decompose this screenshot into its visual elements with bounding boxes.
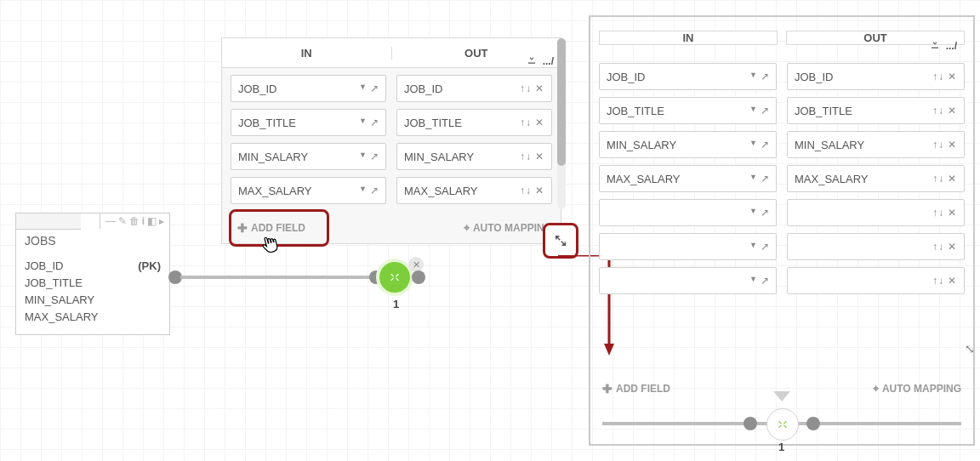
in-field[interactable]: ▼↗: [599, 267, 777, 294]
reorder-icon[interactable]: ↑↓: [520, 83, 532, 94]
in-field[interactable]: MAX_SALARY▼↗: [231, 177, 386, 204]
close-icon[interactable]: ✕: [948, 275, 957, 287]
dropdown-icon[interactable]: ▼: [749, 207, 757, 219]
edit-batch-icon[interactable]: .../: [946, 40, 957, 52]
connector-dot: [744, 417, 757, 430]
popout-icon[interactable]: ↗: [370, 151, 379, 162]
dropdown-icon[interactable]: ▼: [749, 241, 757, 253]
in-field[interactable]: MAX_SALARY▼↗: [599, 165, 777, 192]
out-field[interactable]: MIN_SALARY↑↓ ✕: [787, 131, 965, 158]
popout-icon[interactable]: ↗: [761, 275, 769, 287]
transform-node[interactable]: [766, 408, 799, 441]
add-field-button[interactable]: ✚ADD FIELD: [602, 376, 670, 401]
expand-panel-button[interactable]: [543, 223, 578, 259]
popout-icon[interactable]: ↗: [761, 105, 769, 117]
in-field[interactable]: MIN_SALARY▼↗: [231, 143, 386, 170]
reorder-icon[interactable]: ↑↓: [520, 117, 532, 128]
popout-icon[interactable]: ↗: [761, 241, 769, 253]
in-header: IN: [599, 31, 778, 45]
popout-icon[interactable]: ↗: [370, 185, 379, 196]
table-row[interactable]: JOB_ID (PK): [25, 258, 161, 275]
popout-icon[interactable]: ↗: [761, 173, 769, 185]
out-field[interactable]: MIN_SALARY↑↓ ✕: [396, 143, 552, 170]
in-field[interactable]: JOB_TITLE▼↗: [231, 109, 386, 136]
reorder-icon[interactable]: ↑↓: [932, 71, 944, 83]
out-field[interactable]: JOB_ID↑↓ ✕: [787, 63, 965, 90]
field-name: MIN_SALARY: [238, 151, 308, 163]
out-column: JOB_ID↑↓ ✕ JOB_TITLE↑↓ ✕ MIN_SALARY↑↓ ✕ …: [787, 63, 965, 366]
close-icon[interactable]: ✕: [535, 151, 544, 162]
resize-handle-icon[interactable]: ⤡: [965, 342, 975, 356]
reorder-icon[interactable]: ↑↓: [520, 151, 532, 162]
column-name: JOB_ID: [25, 258, 64, 275]
popout-icon[interactable]: ↗: [370, 83, 379, 94]
out-field[interactable]: JOB_TITLE↑↓ ✕: [396, 109, 552, 136]
pencil-icon[interactable]: ✎: [118, 215, 127, 227]
edit-batch-icon[interactable]: .../: [543, 55, 554, 67]
out-field[interactable]: MAX_SALARY↑↓ ✕: [787, 165, 965, 192]
reorder-icon[interactable]: ↑↓: [932, 207, 944, 219]
close-icon[interactable]: ✕: [535, 83, 544, 94]
out-field[interactable]: ↑↓ ✕: [787, 233, 965, 260]
dropdown-icon[interactable]: ▼: [749, 105, 757, 117]
table-row[interactable]: JOB_TITLE: [25, 275, 161, 292]
connector-line: [180, 276, 381, 279]
in-field[interactable]: ▼↗: [599, 233, 777, 260]
in-header: IN: [222, 47, 392, 60]
reorder-icon[interactable]: ↑↓: [932, 275, 944, 287]
out-field[interactable]: ↑↓ ✕: [787, 267, 965, 294]
in-field[interactable]: JOB_ID▼↗: [599, 63, 777, 90]
dropdown-icon[interactable]: ▼: [359, 117, 367, 128]
dropdown-icon[interactable]: ▼: [359, 83, 367, 94]
reorder-icon[interactable]: ↑↓: [932, 139, 944, 151]
source-table-card[interactable]: — ✎ 🗑 i ◧ ▸ JOBS JOB_ID (PK) JOB_TITLE M…: [15, 213, 170, 335]
close-icon[interactable]: ✕: [948, 71, 957, 83]
out-field[interactable]: ↑↓ ✕: [787, 199, 965, 226]
popout-icon[interactable]: ↗: [761, 139, 769, 151]
in-field[interactable]: JOB_TITLE▼↗: [599, 97, 777, 124]
dropdown-icon[interactable]: ▼: [359, 151, 367, 162]
auto-mapping-button[interactable]: ⌖AUTO MAPPING: [464, 221, 552, 235]
in-field[interactable]: ▼↗: [599, 199, 777, 226]
dropdown-icon[interactable]: ▼: [359, 185, 367, 196]
dropdown-icon[interactable]: ▼: [749, 275, 757, 287]
out-field[interactable]: JOB_ID↑↓ ✕: [396, 75, 552, 102]
plus-icon: ✚: [602, 382, 612, 396]
popout-icon[interactable]: ↗: [761, 71, 769, 83]
more-icon[interactable]: ▸: [159, 215, 164, 227]
reorder-icon[interactable]: ↑↓: [520, 185, 532, 196]
db-icon[interactable]: ◧: [147, 215, 157, 227]
mapping-node-footer: 1: [590, 401, 973, 444]
dropdown-icon[interactable]: ▼: [749, 173, 757, 185]
popout-icon[interactable]: ↗: [370, 117, 379, 128]
reorder-icon[interactable]: ↑↓: [932, 241, 944, 253]
field-name: JOB_ID: [795, 71, 834, 83]
scrollbar-track[interactable]: [557, 38, 566, 209]
table-row[interactable]: MIN_SALARY: [25, 292, 161, 309]
reorder-icon[interactable]: ↑↓: [932, 105, 944, 117]
trash-icon[interactable]: 🗑: [129, 215, 140, 227]
eye-icon[interactable]: —: [105, 215, 116, 227]
auto-mapping-button[interactable]: ⌖AUTO MAPPING: [873, 376, 961, 401]
info-icon[interactable]: i: [142, 215, 145, 227]
dropdown-icon[interactable]: ▼: [749, 139, 757, 151]
scrollbar-thumb[interactable]: [557, 38, 566, 166]
table-row[interactable]: MAX_SALARY: [25, 309, 161, 326]
download-icon[interactable]: [526, 54, 538, 68]
close-icon[interactable]: ✕: [948, 241, 957, 253]
reorder-icon[interactable]: ↑↓: [932, 173, 944, 185]
close-icon[interactable]: ✕: [535, 185, 544, 196]
close-icon[interactable]: ✕: [948, 173, 957, 185]
close-icon[interactable]: ✕: [948, 139, 957, 151]
close-icon[interactable]: ✕: [948, 207, 957, 219]
dropdown-icon[interactable]: ▼: [749, 71, 757, 83]
out-field[interactable]: JOB_TITLE↑↓ ✕: [787, 97, 965, 124]
transform-node[interactable]: [379, 262, 410, 293]
in-field[interactable]: JOB_ID▼↗: [231, 75, 386, 102]
out-field[interactable]: MAX_SALARY↑↓ ✕: [396, 177, 552, 204]
close-icon[interactable]: ✕: [948, 105, 957, 117]
download-icon[interactable]: [929, 38, 941, 53]
close-icon[interactable]: ✕: [535, 117, 544, 128]
in-field[interactable]: MIN_SALARY▼↗: [599, 131, 777, 158]
popout-icon[interactable]: ↗: [761, 207, 769, 219]
